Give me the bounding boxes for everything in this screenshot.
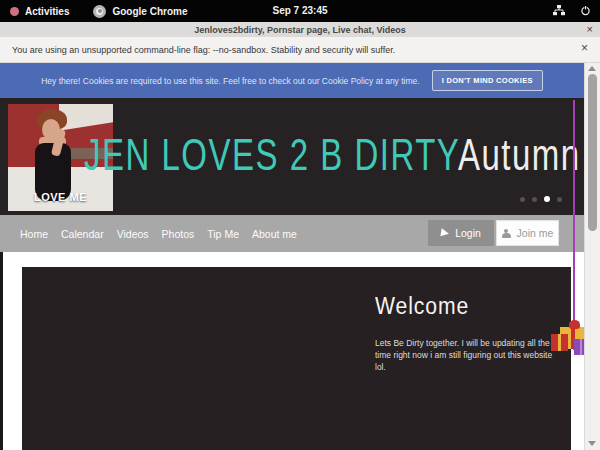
gift-red — [551, 334, 568, 351]
send-arrow-icon — [441, 228, 450, 237]
app-menu-label: Google Chrome — [112, 6, 187, 17]
hero-title-main: JEN LOVES 2 B DIRTY — [84, 130, 458, 179]
nav-item-photos[interactable]: Photos — [162, 228, 195, 240]
system-status-area[interactable] — [553, 0, 591, 22]
nav-item-calendar[interactable]: Calendar — [61, 228, 104, 240]
network-icon — [553, 5, 565, 18]
carousel-dot[interactable] — [520, 197, 525, 202]
carousel-dot[interactable] — [532, 197, 537, 202]
hero-title: JEN LOVES 2 B DIRTYAutumn — [84, 124, 581, 186]
page-body: Welcome Lets Be Dirty together. I will b… — [0, 252, 584, 450]
carousel-dot[interactable] — [557, 197, 562, 202]
app-menu-button[interactable]: Google Chrome — [93, 5, 187, 18]
nav-item-tip-me[interactable]: Tip Me — [207, 228, 239, 240]
web-page: Hey there! Cookies are required to use t… — [0, 63, 584, 450]
window-title: Jenloves2bdirty, Pornstar page, Live cha… — [194, 25, 406, 35]
clock[interactable]: Sep 7 23:45 — [272, 0, 327, 22]
main-nav: Home Calendar Videos Photos Tip Me About… — [0, 215, 584, 252]
record-indicator-icon — [10, 7, 19, 16]
hero-title-accent: Autumn — [458, 130, 581, 179]
cookie-accept-button[interactable]: I DON'T MIND COOKIES — [432, 70, 543, 91]
power-icon — [580, 5, 591, 18]
gift-ribbon — [573, 100, 575, 350]
scroll-up-icon[interactable] — [588, 66, 596, 71]
nav-item-videos[interactable]: Videos — [117, 228, 149, 240]
person-icon — [502, 229, 511, 238]
join-me-button[interactable]: Join me — [496, 220, 559, 246]
browser-viewport: Hey there! Cookies are required to use t… — [0, 63, 600, 450]
flag-warning-message: You are using an unsupported command-lin… — [12, 45, 395, 55]
window-titlebar: Jenloves2bdirty, Pornstar page, Live cha… — [0, 22, 600, 37]
activities-label: Activities — [25, 6, 69, 17]
content-panel: Welcome Lets Be Dirty together. I will b… — [22, 267, 571, 450]
login-label: Login — [455, 227, 481, 239]
carousel-dots — [520, 196, 562, 202]
carousel-dot[interactable] — [544, 196, 550, 202]
nav-item-about-me[interactable]: About me — [252, 228, 297, 240]
join-label: Join me — [517, 227, 554, 239]
cookie-message: Hey there! Cookies are required to use t… — [41, 76, 419, 86]
desktop: Activities Google Chrome Sep 7 23:45 Jen… — [0, 0, 600, 450]
login-button[interactable]: Login — [428, 220, 494, 246]
scroll-down-icon[interactable] — [588, 441, 596, 446]
chrome-icon — [93, 5, 106, 18]
scrollbar-thumb[interactable] — [588, 74, 597, 231]
cookie-banner: Hey there! Cookies are required to use t… — [0, 63, 584, 98]
hero-slideshow: LOVE ME JEN LOVES 2 B DIRTYAutumn — [0, 98, 584, 215]
welcome-block: Welcome Lets Be Dirty together. I will b… — [375, 293, 555, 373]
gnome-top-bar: Activities Google Chrome Sep 7 23:45 — [0, 0, 600, 22]
activities-button[interactable]: Activities — [10, 6, 69, 17]
welcome-title: Welcome — [375, 293, 541, 320]
photo-caption: LOVE ME — [34, 191, 87, 203]
scrollbar[interactable] — [584, 63, 600, 450]
infobar-close-icon[interactable]: × — [581, 41, 588, 55]
nav-item-home[interactable]: Home — [20, 228, 48, 240]
gift-bow — [569, 320, 580, 329]
window-close-button[interactable]: × — [587, 22, 593, 37]
nav-links: Home Calendar Videos Photos Tip Me About… — [20, 215, 297, 252]
flag-warning-bar: You are using an unsupported command-lin… — [0, 37, 600, 63]
welcome-text: Lets Be Dirty together. I will be updati… — [375, 337, 555, 373]
